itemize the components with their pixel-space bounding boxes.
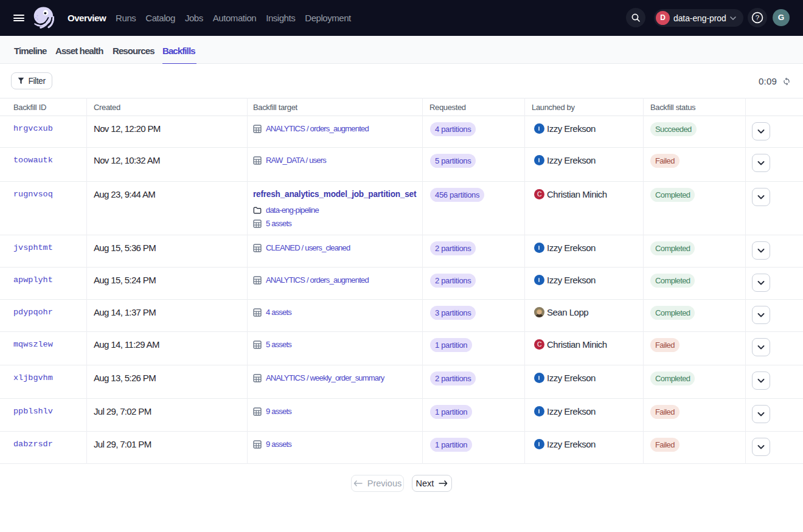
- svg-text:?: ?: [756, 14, 759, 21]
